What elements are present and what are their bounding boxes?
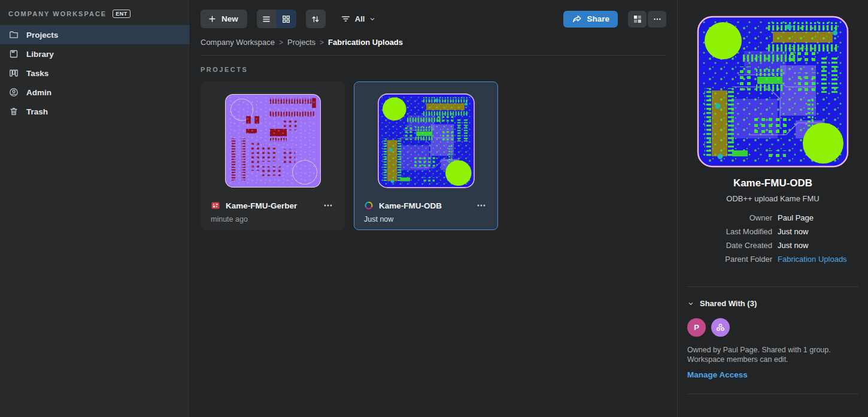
detail-subtitle: ODB++ upload Kame FMU: [687, 194, 858, 203]
sidebar-item-label: Tasks: [26, 69, 48, 78]
sidebar-item-projects[interactable]: Projects: [0, 25, 190, 44]
sidebar-item-label: Trash: [26, 107, 48, 116]
sidebar-item-trash[interactable]: Trash: [0, 102, 190, 121]
share-icon: [572, 14, 582, 24]
sidebar: COMPANY WORKSPACE ENT Projects Library T…: [0, 0, 190, 417]
avatar-group[interactable]: [711, 318, 730, 337]
shared-description-line: Workspace members can edit.: [687, 355, 858, 364]
plus-icon: [208, 14, 217, 23]
list-icon: [262, 14, 271, 24]
parent-folder-link[interactable]: Fabrication Uploads: [778, 255, 847, 264]
details-panel: Kame-FMU-ODB ODB++ upload Kame FMU Owner…: [677, 0, 868, 417]
meta-label: Owner: [687, 213, 772, 222]
sidebar-item-label: Admin: [26, 88, 51, 97]
shared-avatars: P: [687, 318, 858, 337]
share-button-label: Share: [587, 14, 609, 23]
meta-row-date-created: Date Created Just now: [687, 241, 858, 250]
project-name: Kame-FMU-Gerber: [226, 201, 316, 210]
card-menu-icon[interactable]: [321, 200, 335, 211]
project-name: Kame-FMU-ODB: [379, 201, 469, 210]
grid-icon: [281, 14, 291, 24]
shared-description-line: Owned by Paul Page. Shared with 1 group.: [687, 345, 858, 355]
panel-layout-button[interactable]: [628, 11, 647, 28]
project-card-gerber[interactable]: Kame-FMU-Gerber minute ago: [201, 81, 345, 230]
new-button-label: New: [221, 14, 238, 23]
pcb-thumbnail-gerber: [224, 93, 322, 189]
breadcrumb-item-workspace[interactable]: Company Workspace: [201, 38, 275, 47]
meta-value: Just now: [778, 241, 808, 250]
sidebar-item-admin[interactable]: Admin: [0, 83, 190, 102]
manage-access-link[interactable]: Manage Access: [687, 370, 748, 379]
odb-file-icon: [364, 201, 374, 210]
ellipsis-icon: [652, 14, 662, 24]
list-view-button[interactable]: [257, 10, 277, 28]
project-timestamp: minute ago: [211, 215, 335, 223]
workspace-label: COMPANY WORKSPACE: [8, 10, 107, 17]
main-content: New All: [190, 0, 677, 417]
metadata-list: Owner Paul Page Last Modified Just now D…: [687, 213, 858, 264]
sidebar-item-label: Library: [26, 50, 54, 59]
breadcrumb-item-current: Fabrication Uploads: [328, 38, 403, 47]
project-card-odb[interactable]: Kame-FMU-ODB Just now: [354, 81, 498, 230]
chevron-down-icon: [687, 300, 694, 307]
section-label: PROJECTS: [201, 66, 666, 73]
workspace-header: COMPANY WORKSPACE ENT: [0, 7, 190, 25]
meta-row-owner: Owner Paul Page: [687, 213, 858, 222]
breadcrumb-separator: >: [279, 38, 283, 47]
sort-button[interactable]: [306, 10, 326, 28]
breadcrumb-item-projects[interactable]: Projects: [287, 38, 315, 47]
filter-dropdown[interactable]: All: [341, 14, 377, 24]
section-divider: [687, 394, 858, 394]
avatar-owner[interactable]: P: [687, 318, 706, 337]
section-divider: [687, 286, 858, 287]
person-icon: [9, 87, 19, 97]
toolbar-right: Share: [563, 11, 666, 28]
detail-title: Kame-FMU-ODB: [687, 177, 858, 189]
gerber-file-icon: [211, 201, 220, 210]
card-menu-icon[interactable]: [475, 200, 488, 211]
trash-icon: [9, 107, 19, 116]
avatar-initial: P: [694, 323, 699, 332]
filter-icon: [341, 14, 351, 24]
sort-arrows-icon: [311, 14, 320, 24]
kanban-icon: [9, 68, 19, 78]
chevron-down-icon: [369, 16, 376, 23]
breadcrumb: Company Workspace > Projects > Fabricati…: [201, 38, 666, 47]
view-toggle: [257, 10, 296, 28]
pcb-thumbnail-odb: [377, 93, 475, 189]
pcb-preview-large: [696, 14, 849, 170]
project-timestamp: Just now: [364, 215, 488, 223]
meta-row-parent-folder: Parent Folder Fabrication Uploads: [687, 255, 858, 264]
toolbar-divider: [201, 55, 666, 56]
meta-value: Paul Page: [778, 213, 814, 222]
grid-view-button[interactable]: [277, 10, 296, 28]
breadcrumb-separator: >: [320, 38, 324, 47]
shared-description: Owned by Paul Page. Shared with 1 group.…: [687, 345, 858, 364]
panels-icon: [633, 14, 642, 24]
group-icon: [715, 322, 726, 333]
enterprise-badge: ENT: [113, 10, 130, 18]
sidebar-item-tasks[interactable]: Tasks: [0, 64, 190, 83]
folder-icon: [9, 30, 19, 40]
meta-row-last-modified: Last Modified Just now: [687, 227, 858, 236]
shared-with-header[interactable]: Shared With (3): [687, 299, 858, 308]
new-button[interactable]: New: [201, 10, 247, 28]
meta-value: Just now: [778, 227, 808, 236]
meta-label: Date Created: [687, 241, 772, 250]
meta-label: Last Modified: [687, 227, 772, 236]
sidebar-item-label: Projects: [26, 31, 58, 40]
meta-label: Parent Folder: [687, 255, 772, 264]
toolbar: New All: [201, 10, 666, 28]
package-icon: [9, 49, 19, 59]
shared-with-title: Shared With (3): [700, 299, 757, 308]
sidebar-item-library[interactable]: Library: [0, 44, 190, 64]
share-button[interactable]: Share: [563, 11, 618, 28]
project-grid: Kame-FMU-Gerber minute ago Kame-FMU-ODB: [201, 81, 666, 230]
filter-label: All: [355, 14, 365, 23]
more-options-button[interactable]: [648, 11, 666, 28]
